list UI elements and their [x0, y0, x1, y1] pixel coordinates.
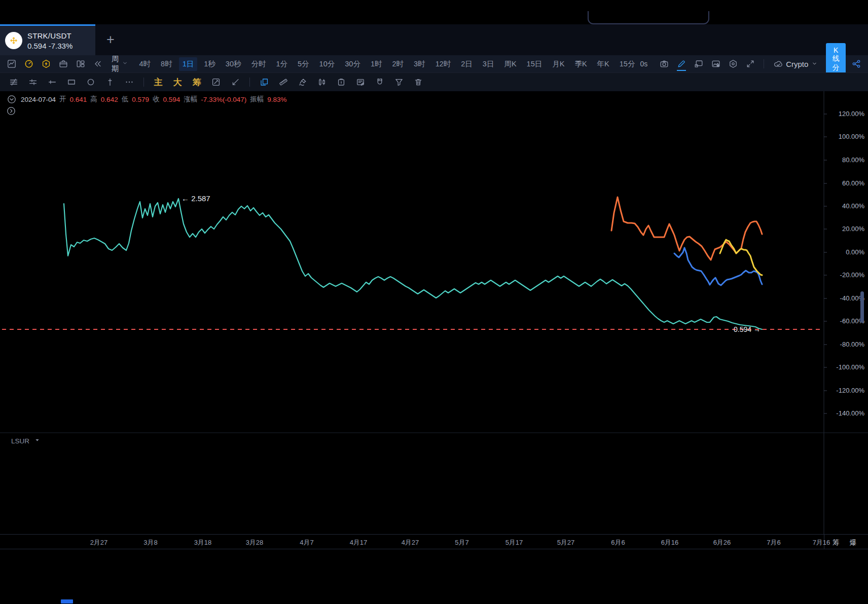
binance-icon — [5, 32, 22, 49]
high-value: 0.642 — [101, 96, 118, 103]
arrow-tool-icon[interactable] — [226, 73, 245, 91]
timeframe-4时[interactable]: 4时 — [136, 57, 155, 71]
timeframe-2日[interactable]: 2日 — [457, 57, 476, 71]
clipboard-icon[interactable] — [332, 73, 351, 91]
float-window-icon[interactable] — [690, 55, 707, 72]
target-settings-icon[interactable] — [725, 55, 742, 72]
fullscreen-icon[interactable] — [742, 55, 759, 72]
x-axis-label: 3月18 — [180, 538, 226, 547]
y-axis-label: -60.00% — [826, 317, 864, 325]
timeframe-30秒[interactable]: 30秒 — [222, 57, 245, 71]
timeframe-list: 4时8时1日1秒30秒分时1分5分10分30分1时2时3时12时2日3日周K15… — [134, 57, 640, 71]
y-axis-label: -140.00% — [826, 409, 864, 417]
timeframe-1日[interactable]: 1日 — [179, 57, 198, 71]
timeframe-1时[interactable]: 1时 — [367, 57, 386, 71]
timeframe-2时[interactable]: 2时 — [388, 57, 407, 71]
trend-line-tool-icon[interactable] — [4, 73, 23, 91]
x-axis-label: 2月27 — [76, 538, 122, 547]
timeframe-15日[interactable]: 15日 — [523, 57, 546, 71]
parallel-lines-tool-icon[interactable] — [23, 73, 43, 91]
timeframe-30分[interactable]: 30分 — [341, 57, 364, 71]
bolt-icon[interactable] — [38, 55, 55, 72]
timeframe-月K[interactable]: 月K — [549, 57, 568, 71]
candle-countdown: 0s — [640, 60, 647, 68]
briefcase-icon[interactable] — [55, 55, 72, 72]
select-copy-icon[interactable] — [255, 73, 274, 91]
ohlc-readout: 2024-07-04 开 0.641 高 0.642 低 0.579 收 0.5… — [6, 94, 287, 105]
x-axis-label: 3月28 — [232, 538, 277, 547]
toolbar-divider — [764, 59, 764, 68]
indicator-selector[interactable]: LSUR — [11, 437, 41, 445]
timeframe-3时[interactable]: 3时 — [410, 57, 429, 71]
chart-area[interactable]: ← 2.5870.594 → 2024-07-04 开 0.641 高 0.64… — [0, 91, 868, 534]
tab-change-percent: -7.33% — [49, 42, 73, 50]
timeframe-年K[interactable]: 年K — [594, 57, 613, 71]
draw-tools-group — [4, 73, 139, 91]
ruler-icon[interactable] — [274, 73, 293, 91]
cloud-check-icon — [774, 59, 783, 68]
y-axis-label: -20.00% — [826, 271, 864, 279]
drawing-toolbar: 主大筹 — [0, 72, 868, 91]
timeframe-8时[interactable]: 8时 — [157, 57, 176, 71]
filter-icon[interactable] — [389, 73, 409, 91]
chips-distribution-button[interactable]: 筹 — [833, 538, 840, 547]
low-value: 0.579 — [132, 96, 149, 103]
edit-box-icon[interactable] — [206, 73, 226, 91]
timeframe-季K[interactable]: 季K — [571, 57, 590, 71]
magnet-icon[interactable] — [370, 73, 389, 91]
scrollbar-thumb[interactable] — [860, 291, 864, 323]
chart-panel-icon[interactable] — [3, 55, 20, 72]
pen-tool-icon[interactable] — [293, 73, 312, 91]
timeframe-3日[interactable]: 3日 — [479, 57, 498, 71]
rectangle-tool-icon[interactable] — [62, 73, 81, 91]
collapse-circle-icon[interactable] — [6, 94, 17, 105]
timeframe-1分[interactable]: 1分 — [272, 57, 291, 71]
top-black-strip — [0, 0, 868, 24]
utility-tools-group — [255, 73, 428, 91]
new-tab-button[interactable]: + — [95, 24, 126, 55]
rewind-icon[interactable] — [89, 55, 106, 72]
main-chart-button[interactable]: 主 — [149, 73, 168, 91]
tab-strk-usdt[interactable]: STRK/USDT 0.594 -7.33% — [0, 24, 95, 55]
more-tools-icon[interactable] — [120, 73, 139, 91]
liquidation-button[interactable]: 爆 — [850, 538, 857, 547]
tab-price: 0.594 -7.33% — [27, 42, 73, 50]
chevron-down-icon — [122, 60, 128, 68]
vertical-line-tool-icon[interactable] — [100, 73, 120, 91]
tab-last-price: 0.594 — [27, 42, 47, 50]
image-note-icon[interactable] — [707, 55, 725, 72]
timeframe-1秒[interactable]: 1秒 — [200, 57, 219, 71]
timeframe-分时[interactable]: 分时 — [247, 57, 269, 71]
draw-pencil-icon[interactable] — [673, 55, 690, 72]
y-axis-label: 20.00% — [826, 225, 864, 233]
horizontal-ray-tool-icon[interactable] — [43, 73, 62, 91]
period-dropdown[interactable]: 周期 — [112, 54, 128, 73]
tab-symbol: STRK/USDT — [27, 31, 73, 40]
y-axis-label: -100.00% — [826, 363, 864, 371]
camera-icon[interactable] — [656, 55, 673, 72]
price-chart: ← 2.5870.594 → — [0, 91, 868, 534]
y-axis-label: -40.00% — [826, 294, 864, 302]
chips-button[interactable]: 筹 — [187, 73, 206, 91]
large-text-button[interactable]: 大 — [168, 73, 187, 91]
gauge-icon[interactable] — [20, 55, 38, 72]
x-axis-label: 4月7 — [284, 538, 330, 547]
timeframe-周K[interactable]: 周K — [500, 57, 520, 71]
x-axis-label: 4月27 — [387, 538, 433, 547]
ellipse-tool-icon[interactable] — [81, 73, 100, 91]
candle-pattern-icon[interactable] — [312, 73, 332, 91]
price-annotation: 0.594 → — [734, 325, 761, 333]
note-edit-icon[interactable] — [351, 73, 370, 91]
timeframe-12时[interactable]: 12时 — [432, 57, 455, 71]
series-overlay-yellow — [720, 240, 762, 275]
layout-icon[interactable] — [72, 55, 89, 72]
timeframe-5分[interactable]: 5分 — [294, 57, 313, 71]
x-axis[interactable]: 2月273月83月183月284月74月174月275月75月175月276月6… — [0, 534, 868, 549]
x-axis-label: 5月7 — [439, 538, 485, 547]
timeframe-10分[interactable]: 10分 — [316, 57, 339, 71]
trash-icon[interactable] — [409, 73, 428, 91]
cloud-sync-menu[interactable]: Crypto — [774, 59, 818, 68]
timeframe-15分[interactable]: 15分 — [616, 57, 639, 71]
expand-circle-icon[interactable] — [6, 106, 16, 116]
share-icon[interactable] — [852, 55, 861, 72]
